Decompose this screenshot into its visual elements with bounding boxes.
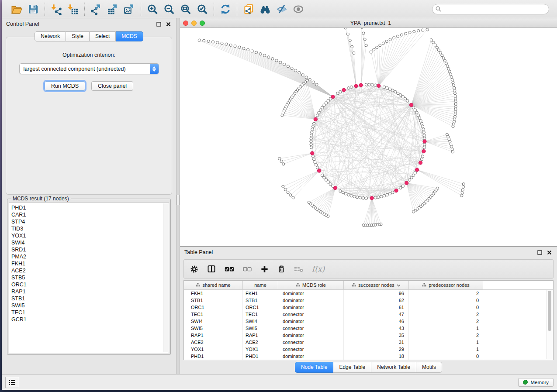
mcds-node-item[interactable]: GCR1 — [11, 316, 169, 323]
column-header-successor-nodes[interactable]: successor nodes — [344, 281, 409, 289]
tab-select[interactable]: Select — [90, 31, 116, 41]
search-input[interactable] — [432, 4, 549, 14]
export-network-icon[interactable] — [89, 2, 103, 16]
mcds-node-item[interactable]: SRD1 — [11, 246, 169, 253]
mcds-result-list[interactable]: PHD1CAR1STP4TID3YOX1SWI4SRD1PMA2FKH1ACE2… — [9, 203, 169, 353]
mcds-node-item[interactable]: FKH1 — [11, 260, 169, 267]
tab-edge-table[interactable]: Edge Table — [333, 362, 371, 373]
table-row[interactable]: YOX1YOX1connector291 — [184, 346, 553, 353]
float-panel-icon[interactable] — [155, 21, 162, 28]
zoom-selected-icon[interactable] — [195, 2, 209, 16]
splitter-grip[interactable] — [176, 195, 180, 205]
unselect-all-columns-icon[interactable] — [243, 266, 252, 272]
task-history-icon[interactable] — [5, 377, 19, 388]
delete-column-icon[interactable] — [277, 265, 285, 273]
network-graph[interactable] — [180, 28, 556, 246]
export-table-icon[interactable] — [106, 2, 120, 16]
table-row[interactable]: FKH1FKH1dominator962 — [184, 290, 553, 297]
table-body: FKH1FKH1dominator962STB1STB1dominator620… — [184, 290, 553, 360]
find-icon[interactable] — [258, 2, 272, 16]
mcds-node-item[interactable]: CAR1 — [11, 211, 169, 218]
run-mcds-button[interactable]: Run MCDS — [45, 81, 85, 91]
network-canvas[interactable] — [180, 28, 557, 246]
import-network-icon[interactable] — [49, 2, 63, 16]
column-header-MCDS-role[interactable]: MCDS role — [278, 281, 344, 289]
column-header-predecessor-nodes[interactable]: predecessor nodes — [409, 281, 483, 289]
column-header-shared-name[interactable]: shared name — [184, 281, 243, 289]
list-scrollbar[interactable] — [163, 203, 168, 352]
tab-network-table[interactable]: Network Table — [371, 362, 416, 373]
table-row[interactable]: ACE2ACE2connector311 — [184, 339, 553, 346]
table-row[interactable]: STB1STB1dominator620 — [184, 297, 553, 304]
table-row[interactable]: SWI5SWI5connector431 — [184, 325, 553, 332]
panel-splitter[interactable] — [176, 18, 180, 374]
mcds-node-item[interactable]: STP4 — [11, 218, 169, 225]
table-row[interactable]: RAP1RAP1dominator352 — [184, 332, 553, 339]
memory-button[interactable]: Memory — [518, 378, 554, 387]
optimization-select[interactable]: largest connected component (undirected) — [19, 63, 159, 74]
tab-node-table[interactable]: Node Table — [295, 362, 334, 373]
zoom-window-icon[interactable] — [200, 21, 205, 26]
table-row[interactable]: PHD1PHD1dominator180 — [184, 353, 553, 360]
mcds-node-item[interactable]: STB5 — [11, 274, 169, 281]
clone-network-icon[interactable] — [242, 2, 256, 16]
shared-column-icon — [352, 282, 356, 288]
cell: dominator — [278, 318, 344, 325]
open-session-icon[interactable] — [10, 2, 24, 16]
tab-mcds[interactable]: MCDS — [116, 31, 143, 41]
function-builder-icon: f(x) — [312, 265, 325, 273]
zoom-in-icon[interactable] — [145, 2, 159, 16]
column-label: shared name — [202, 282, 230, 288]
table-row[interactable]: ORC1ORC1dominator610 — [184, 304, 553, 311]
table-row[interactable]: SWI4SWI4dominator462 — [184, 318, 553, 325]
zoom-out-icon[interactable] — [162, 2, 176, 16]
cell: 61 — [344, 304, 409, 311]
memory-status-icon — [523, 380, 528, 385]
float-table-panel-icon[interactable] — [536, 249, 543, 256]
mcds-node-item[interactable]: PHD1 — [11, 204, 169, 211]
mcds-node-item[interactable]: SWI5 — [11, 302, 169, 309]
export-image-icon[interactable] — [122, 2, 136, 16]
mcds-node-item[interactable]: ACE2 — [11, 267, 169, 274]
mcds-tab-content: Optimization criterion: largest connecte… — [6, 37, 172, 195]
search-box — [432, 4, 549, 14]
mcds-node-item[interactable]: PMA2 — [11, 253, 169, 260]
column-header-name[interactable]: name — [243, 281, 278, 289]
tab-motifs[interactable]: Motifs — [416, 362, 442, 373]
close-window-icon[interactable] — [183, 21, 188, 26]
close-panel-icon[interactable] — [165, 21, 172, 28]
mcds-node-item[interactable]: YOX1 — [11, 232, 169, 239]
column-label: MCDS role — [302, 282, 326, 288]
mcds-node-item[interactable]: RAP1 — [11, 288, 169, 295]
table-scrollbar[interactable] — [547, 290, 553, 359]
mcds-node-item[interactable]: TID3 — [11, 225, 169, 232]
hide-selected-icon[interactable] — [275, 2, 289, 16]
cell: 62 — [344, 297, 409, 304]
table-settings-icon[interactable] — [190, 265, 198, 273]
cell: 18 — [344, 353, 409, 360]
show-all-icon[interactable] — [291, 2, 305, 16]
layout-refresh-icon[interactable] — [218, 2, 232, 16]
show-columns-icon[interactable] — [207, 265, 216, 273]
close-table-panel-icon[interactable] — [546, 249, 553, 256]
select-all-columns-icon[interactable] — [225, 265, 234, 272]
mcds-node-item[interactable]: SWI4 — [11, 239, 169, 246]
save-session-icon[interactable] — [26, 2, 40, 16]
cell: RAP1 — [184, 332, 243, 339]
close-panel-button[interactable]: Close panel — [91, 81, 133, 91]
mcds-node-item[interactable]: TEC1 — [11, 309, 169, 316]
cell: SWI5 — [184, 325, 243, 332]
scrollbar-thumb[interactable] — [548, 291, 551, 331]
mcds-node-item[interactable]: STB1 — [11, 295, 169, 302]
table-row[interactable]: TEC1TEC1connector472 — [184, 311, 553, 318]
tab-network[interactable]: Network — [35, 31, 66, 41]
shared-column-icon — [296, 282, 300, 288]
cell: 1 — [409, 339, 483, 346]
add-column-icon[interactable] — [260, 265, 269, 273]
import-table-icon[interactable] — [66, 2, 80, 16]
minimize-window-icon[interactable] — [191, 21, 197, 26]
zoom-fit-icon[interactable] — [179, 2, 193, 16]
mcds-node-item[interactable]: ORC1 — [11, 281, 169, 288]
select-stepper-icon — [150, 64, 159, 74]
tab-style[interactable]: Style — [66, 31, 90, 41]
